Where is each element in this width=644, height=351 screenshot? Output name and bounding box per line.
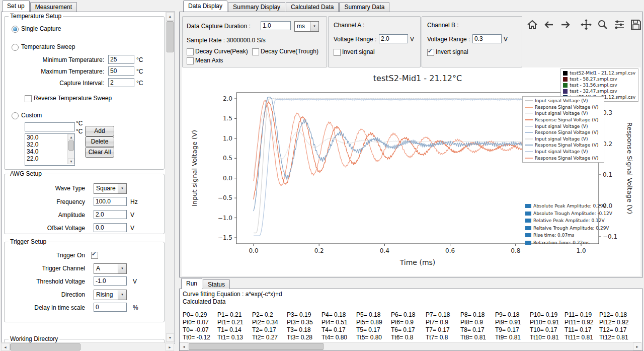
custom-temp-input[interactable] [25,122,75,131]
channel-a-range-unit: V [410,36,414,43]
mean-axis-checkbox[interactable] [187,57,194,64]
scroll-left-arrow[interactable]: ◄ [1,343,10,351]
direction-dropdown[interactable]: Rising▼ [94,290,127,300]
save-icon[interactable] [629,18,642,31]
channel-b-range-input[interactable] [472,34,502,43]
tab-setup[interactable]: Set up [2,1,30,12]
delay-input[interactable] [94,303,127,312]
channel-b-range-unit: V [504,36,508,43]
wave-type-label: Wave Type [5,185,85,192]
scroll-right-arrow[interactable]: ► [633,342,641,350]
channel-a-range-input[interactable] [379,34,408,43]
capture-interval-input[interactable] [108,78,134,87]
calculated-data-cell: T5= 0.17 [356,326,391,334]
legend-item: Absolute Peak Amplitude: 0.29V [525,202,612,210]
custom-label: Custom [21,112,42,119]
clear-all-button[interactable]: Clear All [85,147,114,158]
decay-peak-checkbox[interactable] [187,48,194,55]
list-item[interactable]: 22.0 [25,155,68,162]
list-scroll-up-arrow[interactable]: ▲ [68,134,74,140]
tab-calculated-data[interactable]: Calculated Data [286,2,339,12]
trigger-channel-dropdown[interactable]: A▼ [94,263,127,274]
calculated-data-cell: T12= 0.17 [599,326,634,334]
zoom-icon[interactable] [596,18,609,31]
calculated-data-row: Tt0= -0.12Tt1= 0.13Tt2= 0.27Tt3= 0.28Tt4… [183,334,641,341]
list-item[interactable]: 32.0 [25,141,68,148]
scroll-up-arrow[interactable]: ▲ [166,12,174,21]
reverse-sweep-checkbox[interactable] [25,95,32,102]
display-panel: Data Display Summary Display Calculated … [179,1,643,277]
configure-subplots-icon[interactable] [613,18,626,31]
calculated-data-cell: Pt2= 0.34 [252,319,287,326]
wave-type-dropdown[interactable]: Square▼ [94,183,127,194]
channel-a-invert-checkbox[interactable] [334,49,341,56]
curve-fitting-equation: Curve fitting Equation : a*exp(-c*x)+d [183,291,641,298]
channel-b-invert-label: Invert signal [436,48,468,55]
home-icon[interactable] [526,18,539,31]
calculated-data-cell: Tt3= 0.28 [287,334,321,341]
offset-voltage-input[interactable] [94,223,127,232]
legend-item: Input signal Voltage (V) [525,98,601,104]
scroll-left-arrow[interactable]: ◄ [180,342,188,350]
list-item[interactable]: 30.0 [25,134,68,141]
list-scroll-thumb[interactable] [68,141,74,151]
delay-label: Delay in time scale [5,304,85,311]
tab-measurement[interactable]: Measurement [30,2,77,12]
channel-b-invert-checkbox[interactable] [427,49,434,56]
decay-trough-checkbox[interactable] [252,48,259,55]
back-icon[interactable] [542,18,555,31]
legend-item: test - 32.47.smpl.csv [563,88,635,94]
svg-text:0.4: 0.4 [380,247,389,254]
scroll-thumb[interactable] [167,21,174,52]
calculated-data-cell: T3= 0.18 [287,326,321,334]
add-button[interactable]: Add [85,126,114,136]
calculated-data-cell: Tt2= 0.27 [252,334,287,341]
calculated-data-cell: P1= 0.21 [217,311,252,319]
max-temp-input[interactable] [108,66,134,76]
scroll-right-arrow[interactable]: ► [166,343,174,351]
tab-data-display[interactable]: Data Display [183,1,227,12]
tab-summary-data[interactable]: Summary Data [339,2,389,12]
legend-item: Relaxation Time: 0.22ms [525,239,612,247]
tab-run[interactable]: Run [181,278,202,289]
amplitude-label: Amplitude [5,212,85,219]
calculated-data-cell: Pt3= 0.35 [287,319,321,326]
threshold-voltage-input[interactable] [94,276,127,286]
scroll-down-arrow[interactable]: ▼ [166,333,174,342]
duration-input[interactable] [261,21,291,30]
threshold-voltage-unit: V [133,278,137,285]
trigger-setup-group: Trigger Setup Trigger On Trigger Channel… [4,242,165,322]
awg-setup-title: AWG Setup [9,170,43,177]
temperature-sweep-radio[interactable] [12,44,19,51]
list-item[interactable]: 34.0 [25,148,68,155]
duration-unit-dropdown[interactable]: ms▼ [294,21,319,32]
calculated-data-cell: Tt5= 0.80 [356,334,391,341]
scroll-thumb[interactable] [189,343,324,350]
single-capture-radio[interactable] [12,26,19,33]
calculated-data-cell: Pt6= 0.9 [391,319,426,326]
min-temp-input[interactable] [108,55,134,64]
pan-icon[interactable] [580,18,593,31]
svg-text:−0.5: −0.5 [218,194,232,201]
tab-status[interactable]: Status [203,279,230,289]
custom-radio[interactable] [12,112,19,119]
amplitude-input[interactable] [94,210,127,219]
calculated-data-cell: T10= 0.17 [530,326,565,334]
chevron-down-icon: ▼ [118,184,126,193]
list-scroll-down-arrow[interactable]: ▼ [68,158,74,164]
scroll-thumb[interactable] [10,343,80,350]
forward-icon[interactable] [559,18,572,31]
tab-summary-display[interactable]: Summary Display [228,2,285,12]
setup-vertical-scrollbar[interactable]: ▲ ▼ [166,12,175,342]
log-horizontal-scrollbar[interactable]: ◄ ► [180,342,641,350]
setup-horizontal-scrollbar[interactable]: ◄ ► [1,342,174,351]
calculated-data-cell: T4= 0.17 [321,326,356,334]
custom-list-scrollbar[interactable]: ▲ ▼ [67,134,74,164]
calculated-data-cell: Tt12= 0.81 [599,334,634,341]
custom-temp-list[interactable]: 30.032.034.022.0 ▲ ▼ [25,133,75,166]
trigger-on-checkbox[interactable] [91,252,98,259]
svg-text:1.0: 1.0 [576,247,586,254]
delete-button[interactable]: Delete [85,136,114,147]
legend-item: Absolute Trough Amplitude: -0.12V [525,210,612,218]
frequency-input[interactable] [94,197,127,206]
